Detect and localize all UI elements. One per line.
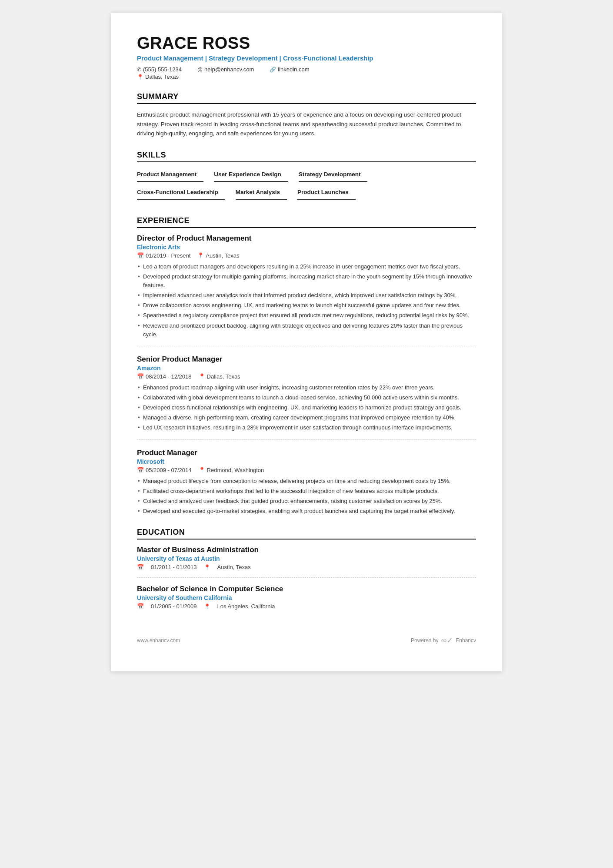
skills-title: SKILLS	[137, 151, 476, 162]
job-dates: 📅05/2009 - 07/2014	[137, 467, 192, 473]
calendar-icon: 📅	[137, 252, 144, 259]
linkedin-url: linkedin.com	[278, 66, 309, 73]
summary-section: SUMMARY Enthusiastic product management …	[137, 92, 476, 138]
location-icon: 📍	[137, 74, 143, 80]
bullet-item: Facilitated cross-department workshops t…	[137, 487, 476, 496]
bullet-item: Reviewed and prioritized product backlog…	[137, 322, 476, 339]
skills-grid: Product ManagementUser Experience Design…	[137, 168, 476, 204]
location-icon: 📍	[204, 603, 210, 610]
education-entry: Master of Business AdministrationUnivers…	[137, 546, 476, 578]
enhancv-logo: Powered by ∞✓ Enhancv	[411, 636, 476, 645]
location-text: Austin, Texas	[206, 252, 239, 259]
powered-by-label: Powered by	[411, 637, 438, 643]
skill-item: Product Launches	[297, 186, 356, 200]
job-location: 📍Redmond, Washington	[199, 467, 264, 473]
calendar-icon: 📅	[137, 373, 144, 380]
edu-dates: 01/2011 - 01/2013	[151, 564, 197, 570]
experience-title: EXPERIENCE	[137, 216, 476, 228]
email-item: @ help@enhancv.com	[197, 66, 254, 73]
email-address: help@enhancv.com	[204, 66, 254, 73]
skill-item: Market Analysis	[236, 186, 287, 200]
phone-number: (555) 555-1234	[143, 66, 182, 73]
location-icon: 📍	[197, 252, 204, 258]
bullet-item: Implemented advanced user analytics tool…	[137, 291, 476, 300]
dates-text: 05/2009 - 07/2014	[146, 467, 192, 473]
edu-degree: Bachelor of Science in Computer Science	[137, 585, 476, 593]
education-title: EDUCATION	[137, 528, 476, 540]
job-divider	[137, 439, 476, 440]
job-divider	[137, 346, 476, 346]
bullet-item: Spearheaded a regulatory compliance proj…	[137, 311, 476, 320]
summary-title: SUMMARY	[137, 92, 476, 104]
edu-meta: 📅01/2011 - 01/2013📍Austin, Texas	[137, 564, 476, 570]
skill-item: Product Management	[137, 168, 203, 182]
job-bullets: Led a team of product managers and devel…	[137, 262, 476, 339]
bullet-item: Collaborated with global development tea…	[137, 393, 476, 402]
edu-dates: 01/2005 - 01/2009	[151, 603, 197, 610]
calendar-icon: 📅	[137, 564, 144, 570]
job-meta: 📅05/2009 - 07/2014📍Redmond, Washington	[137, 467, 476, 473]
dates-text: 01/2019 - Present	[146, 252, 190, 259]
resume-page: GRACE ROSS Product Management | Strategy…	[111, 13, 502, 671]
bullet-item: Enhanced product roadmap aligning with u…	[137, 383, 476, 392]
location-icon: 📍	[199, 373, 205, 379]
company-name: Amazon	[137, 365, 476, 372]
bullet-item: Drove collaboration across engineering, …	[137, 301, 476, 310]
skill-item: User Experience Design	[214, 168, 288, 182]
location-icon: 📍	[199, 467, 205, 473]
job-dates: 📅08/2014 - 12/2018	[137, 373, 192, 380]
job-meta: 📅01/2019 - Present📍Austin, Texas	[137, 252, 476, 259]
enhancv-icon: ∞✓	[441, 636, 453, 645]
job-title: Director of Product Management	[137, 234, 476, 243]
job-entry: Director of Product ManagementElectronic…	[137, 234, 476, 346]
bullet-item: Managed product lifecycle from conceptio…	[137, 477, 476, 486]
location-text: Redmond, Washington	[207, 467, 264, 473]
job-location: 📍Austin, Texas	[197, 252, 239, 259]
bullet-item: Managed a diverse, high-performing team,…	[137, 413, 476, 422]
calendar-icon: 📅	[137, 467, 144, 473]
location-icon: 📍	[204, 564, 210, 570]
job-meta: 📅08/2014 - 12/2018📍Dallas, Texas	[137, 373, 476, 380]
calendar-icon: 📅	[137, 603, 144, 610]
edu-location: Los Angeles, California	[217, 603, 275, 610]
skill-item: Strategy Development	[299, 168, 368, 182]
skill-item: Cross-Functional Leadership	[137, 186, 225, 200]
edu-degree: Master of Business Administration	[137, 546, 476, 554]
skills-section: SKILLS Product ManagementUser Experience…	[137, 151, 476, 204]
edu-school: University of Southern California	[137, 594, 476, 601]
bullet-item: Developed cross-functional relationships…	[137, 403, 476, 412]
bullet-item: Collected and analyzed user feedback tha…	[137, 497, 476, 506]
linkedin-item: 🔗 linkedin.com	[270, 66, 309, 73]
education-section: EDUCATION Master of Business Administrat…	[137, 528, 476, 610]
jobs-container: Director of Product ManagementElectronic…	[137, 234, 476, 516]
job-title: Senior Product Manager	[137, 355, 476, 364]
edu-divider	[137, 577, 476, 578]
job-dates: 📅01/2019 - Present	[137, 252, 190, 259]
header: GRACE ROSS Product Management | Strategy…	[137, 34, 476, 80]
job-entry: Product ManagerMicrosoft📅05/2009 - 07/20…	[137, 449, 476, 516]
edu-location: Austin, Texas	[217, 564, 251, 570]
location-text: Dallas, Texas	[207, 373, 240, 380]
location-row: 📍 Dallas, Texas	[137, 74, 476, 80]
job-bullets: Enhanced product roadmap aligning with u…	[137, 383, 476, 432]
bullet-item: Led UX research initiatives, resulting i…	[137, 423, 476, 432]
phone-icon: ✆	[137, 67, 141, 73]
footer-website: www.enhancv.com	[137, 637, 180, 643]
linkedin-icon: 🔗	[270, 67, 276, 73]
summary-text: Enthusiastic product management professi…	[137, 110, 476, 138]
phone-item: ✆ (555) 555-1234	[137, 66, 182, 73]
candidate-name: GRACE ROSS	[137, 34, 476, 53]
education-entry: Bachelor of Science in Computer ScienceU…	[137, 585, 476, 610]
job-entry: Senior Product ManagerAmazon📅08/2014 - 1…	[137, 355, 476, 440]
education-container: Master of Business AdministrationUnivers…	[137, 546, 476, 610]
page-footer: www.enhancv.com Powered by ∞✓ Enhancv	[137, 636, 476, 645]
email-icon: @	[197, 67, 203, 73]
edu-meta: 📅01/2005 - 01/2009📍Los Angeles, Californ…	[137, 603, 476, 610]
bullet-item: Led a team of product managers and devel…	[137, 262, 476, 271]
experience-section: EXPERIENCE Director of Product Managemen…	[137, 216, 476, 516]
edu-school: University of Texas at Austin	[137, 555, 476, 562]
company-name: Microsoft	[137, 458, 476, 465]
job-location: 📍Dallas, Texas	[199, 373, 240, 380]
dates-text: 08/2014 - 12/2018	[146, 373, 192, 380]
candidate-subtitle: Product Management | Strategy Developmen…	[137, 54, 476, 62]
